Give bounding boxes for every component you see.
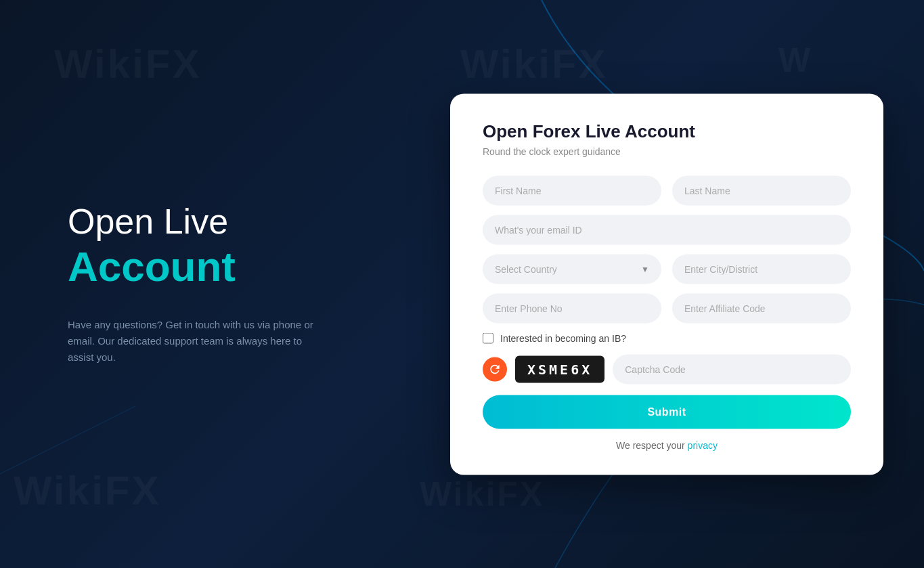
captcha-image: XSME6X [515, 355, 604, 383]
name-row [483, 175, 851, 205]
ib-checkbox[interactable] [483, 332, 493, 343]
ib-checkbox-row: Interested in becoming an IB? [483, 332, 851, 343]
captcha-refresh-button[interactable] [483, 357, 507, 381]
form-subtitle: Round the clock expert guidance [483, 146, 851, 156]
country-select-wrapper: Select Country ▼ [483, 254, 661, 284]
privacy-text: We respect your [616, 439, 688, 450]
captcha-input[interactable] [613, 354, 851, 384]
refresh-icon [488, 362, 502, 376]
email-row [483, 215, 851, 244]
last-name-input[interactable] [672, 175, 851, 205]
country-city-row: Select Country ▼ [483, 254, 851, 284]
phone-field [483, 293, 661, 323]
city-field [672, 254, 851, 284]
city-input[interactable] [672, 254, 851, 284]
affiliate-input[interactable] [672, 293, 851, 323]
last-name-field [672, 175, 851, 205]
form-card: Open Forex Live Account Round the clock … [450, 93, 883, 475]
privacy-row: We respect your privacy [483, 439, 851, 450]
captcha-input-field [613, 354, 851, 384]
submit-button[interactable]: Submit [483, 395, 851, 429]
captcha-row: XSME6X [483, 354, 851, 384]
ib-label[interactable]: Interested in becoming an IB? [500, 332, 626, 343]
affiliate-field [672, 293, 851, 323]
description-text: Have any questions? Get in touch with us… [68, 317, 325, 366]
open-live-label: Open Live [68, 202, 393, 241]
form-title: Open Forex Live Account [483, 121, 851, 141]
left-panel: Open Live Account Have any questions? Ge… [0, 0, 393, 568]
phone-input[interactable] [483, 293, 661, 323]
privacy-link[interactable]: privacy [688, 439, 718, 450]
account-label: Account [68, 244, 393, 290]
first-name-input[interactable] [483, 175, 661, 205]
phone-affiliate-row [483, 293, 851, 323]
country-select[interactable]: Select Country [483, 254, 661, 284]
first-name-field [483, 175, 661, 205]
email-input[interactable] [483, 215, 851, 244]
